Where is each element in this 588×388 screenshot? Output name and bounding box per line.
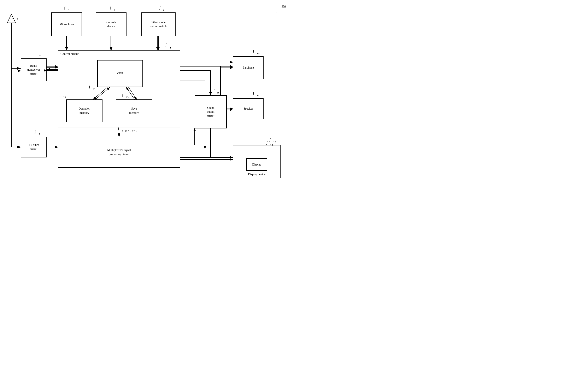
ref-22: 22 [63,96,66,99]
ref-2: 2（2A，2B） [122,129,138,133]
operation-memory-label: Operationmemory [79,107,90,115]
ref-21: 21 [93,87,95,91]
curly-22: ∫ [59,93,60,97]
curly-6: ∫ [64,6,65,10]
microphone-label: Microphone [60,22,74,26]
ref-100-curly: ∫ [276,8,277,13]
save-memory-label: Savememory [129,107,139,115]
ref-7: 7 [114,9,115,12]
display-device-label: Display device [248,172,265,176]
ref-6: 6 [68,9,69,12]
curly-9: ∫ [214,89,214,92]
sound-output-label: Soundoutputcircuit [207,106,214,118]
svg-marker-2 [7,14,16,23]
curly-21: ∫ [89,85,90,89]
multiplex-tv-box: Multiplex TV signalprocessing circuit [58,137,180,168]
curly-11: ∫ [253,91,254,95]
curly-4: ∫ [36,51,36,55]
curly-23: ∫ [122,93,123,97]
display-inner-label: Display [252,163,261,167]
multiplex-tv-label: Multiplex TV signalprocessing circuit [107,148,131,156]
ref-12: 12 [273,141,276,144]
ref-5: 5 [39,133,40,136]
ref-100: 100 [282,4,286,8]
radio-transceiver-box: Radiotransceivercircuit [21,58,46,81]
earphone-box: Earphone [233,56,264,79]
ref-23: 23 [126,96,129,99]
ref-1: 1 [170,46,171,49]
save-memory-box: Savememory [116,99,152,122]
curly-10: ∫ [253,49,254,53]
speaker-label: Speaker [244,107,253,111]
curly-2: ∫ [118,127,119,130]
sound-output-box: Soundoutputcircuit [195,95,227,128]
console-device-box: Consoledevice [96,12,127,36]
silent-mode-label: Silent modesetting switch [151,20,166,28]
microphone-box: Microphone [51,12,82,36]
console-device-label: Consoledevice [106,20,116,28]
radio-transceiver-label: Radiotransceivercircuit [27,64,40,76]
earphone-label: Earphone [243,66,254,70]
speaker-box: Speaker [233,98,264,119]
curly-7: ∫ [110,6,111,10]
curly-13: ∫ [267,141,267,145]
ref-antenna: 3 [17,18,18,21]
cpu-label: CPU [117,72,123,76]
display-inner-box: Display [246,158,267,171]
ref-10: 10 [257,52,259,55]
display-device-box: Display Display device [233,145,281,178]
ref-13: 13 [270,143,273,147]
curly-12: ∫ [270,138,271,142]
curly-1: ∫ [166,43,166,47]
ref-11: 11 [257,94,259,97]
control-circuit-label: Control circuit [60,52,79,56]
curly-antenna: ∫ [12,14,13,19]
cpu-box: CPU [97,60,143,87]
tv-tuner-box: TV tunercircuit [21,137,46,157]
silent-mode-box: Silent modesetting switch [141,12,176,36]
ref-8: 8 [163,9,165,12]
operation-memory-box: Operationmemory [66,99,102,122]
ref-9: 9 [217,91,219,95]
curly-8: ∫ [159,6,160,10]
curly-5: ∫ [35,130,36,134]
tv-tuner-label: TV tunercircuit [28,143,39,151]
ref-4: 4 [39,54,41,57]
